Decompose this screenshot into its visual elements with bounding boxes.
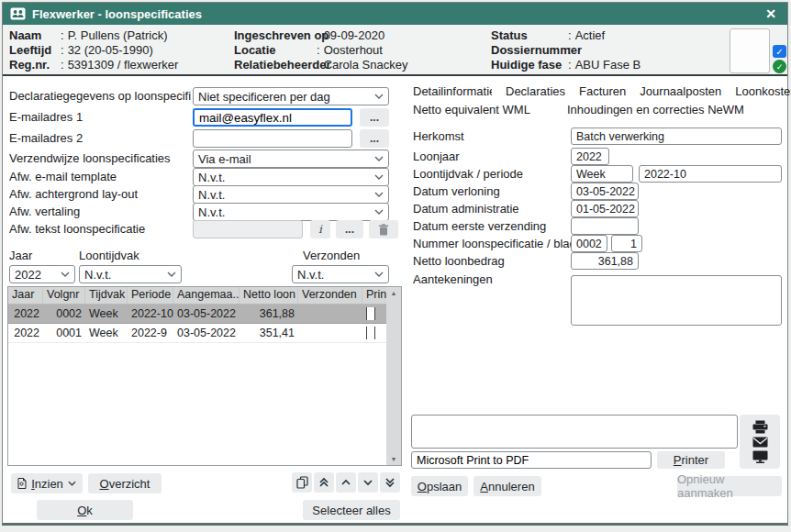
- aantekeningen-textarea[interactable]: [571, 275, 782, 326]
- datum-administratie-value[interactable]: 01-05-2022: [571, 200, 639, 217]
- photo-placeholder: [730, 28, 770, 73]
- header-row: Locatie:Oosterhout: [234, 43, 407, 58]
- selecteer-alles-button[interactable]: Selecteer alles: [303, 500, 400, 520]
- form-row-email1: E-mailadres 1 ...: [0, 108, 404, 127]
- tekst-label: Afw. tekst loonspecificatie: [9, 220, 191, 238]
- close-icon[interactable]: ✕: [762, 5, 780, 23]
- chevron-down-icon: [374, 156, 384, 161]
- header-col-2: Ingeschreven op:09-09-2020 Locatie:Ooste…: [234, 28, 407, 72]
- datum-eerste-verzending-value[interactable]: [571, 217, 639, 235]
- col-aangemaakt[interactable]: Aangemaa...: [173, 287, 240, 304]
- printer-button[interactable]: Printer: [657, 451, 725, 469]
- form-row-tekst: Afw. tekst loonspecificatie i ...: [0, 220, 404, 238]
- selected-checkbox-icon[interactable]: ✓: [773, 45, 786, 58]
- layout-label: Afw. achtergrond lay-out: [9, 185, 191, 204]
- table-row[interactable]: 2022 0002 Week 2022-10 03-05-2022 361,88: [8, 305, 401, 324]
- tekst-info-button[interactable]: i: [310, 220, 330, 238]
- naam-value: P. Pullens (Patrick): [68, 28, 168, 43]
- filter-jaar-select[interactable]: 2022: [9, 265, 75, 283]
- col-netto-loon[interactable]: Netto loon: [240, 287, 298, 304]
- email2-more-button[interactable]: ...: [360, 129, 389, 148]
- herkomst-value[interactable]: Batch verwerking: [571, 127, 782, 145]
- move-down-button[interactable]: [358, 472, 378, 493]
- chevron-down-icon: [374, 192, 384, 197]
- header-col-3: Status:Actief Dossiernummer: Huidige fas…: [491, 28, 641, 72]
- loontijdvak-label: Loontijdvak / periode: [413, 165, 571, 183]
- scroll-up-icon[interactable]: ▲: [391, 290, 397, 296]
- output-channel-button[interactable]: [740, 415, 780, 469]
- move-top-button[interactable]: [314, 472, 334, 493]
- col-tijdvak[interactable]: Tijdvak: [85, 287, 128, 304]
- tab-detailinformatie[interactable]: Detailinformatie: [413, 84, 492, 98]
- aantekeningen-label: Aantekeningen: [413, 271, 571, 288]
- header-row: Reg.nr.:5391309 / flexwerker: [9, 58, 178, 72]
- netto-loonbedrag-value[interactable]: 361,88: [571, 252, 639, 270]
- tab-journaalposten[interactable]: Journaalposten: [640, 84, 721, 98]
- copy-row-button[interactable]: [292, 472, 312, 493]
- email1-more-button[interactable]: ...: [360, 108, 389, 127]
- form-row-verzendwijze: Verzendwijze loonspecificaties Via e-mai…: [0, 150, 404, 168]
- table-row[interactable]: 2022 0001 Week 2022-9 03-05-2022 351,41: [8, 324, 401, 343]
- loonjaar-label: Loonjaar: [413, 148, 571, 165]
- scroll-down-icon[interactable]: ▼: [391, 456, 397, 462]
- printer-icon: [752, 420, 768, 434]
- overzicht-button[interactable]: Overzicht: [88, 473, 162, 493]
- chevron-down-icon: [167, 272, 176, 277]
- print-checkbox[interactable]: [366, 327, 375, 339]
- col-jaar[interactable]: Jaar: [8, 287, 43, 304]
- verzendwijze-select[interactable]: Via e-mail: [193, 150, 389, 168]
- print-checkbox[interactable]: [366, 307, 375, 320]
- opslaan-button[interactable]: Opslaan: [411, 476, 468, 496]
- loontijdvak-tijdvak-value[interactable]: Week: [571, 165, 633, 183]
- col-verzonden[interactable]: Verzonden: [298, 287, 362, 304]
- tab-inhoudingen-correcties[interactable]: Inhoudingen en correcties NeWM: [567, 103, 785, 116]
- move-up-button[interactable]: [336, 472, 356, 493]
- leeftijd-value: 32 (20-05-1990): [68, 43, 153, 58]
- loonjaar-value[interactable]: 2022: [571, 148, 609, 165]
- inzien-button[interactable]: Inzien: [11, 473, 83, 493]
- datum-verloning-label: Datum verloning: [413, 183, 571, 200]
- huidige-fase-value: ABU Fase B: [575, 58, 641, 72]
- layout-select[interactable]: N.v.t.: [193, 185, 389, 204]
- annuleren-button[interactable]: Annuleren: [473, 476, 541, 496]
- header-row: Naam:P. Pullens (Patrick): [9, 28, 178, 43]
- filter-verzonden-select[interactable]: N.v.t.: [292, 265, 389, 283]
- email1-input[interactable]: [193, 108, 352, 127]
- datum-verloning-value[interactable]: 03-05-2022: [571, 183, 639, 200]
- print-preview-box[interactable]: [411, 415, 738, 449]
- declaratie-select[interactable]: Niet specificeren per dag: [193, 87, 389, 105]
- chevron-down-icon: [374, 272, 384, 277]
- form-row-email2: E-mailadres 2 ...: [0, 129, 404, 148]
- vertaling-select[interactable]: N.v.t.: [193, 203, 389, 221]
- col-print[interactable]: Print: [362, 287, 386, 304]
- screen: Flexwerker - loonspecificaties ✕ Naam:P.…: [0, 0, 791, 532]
- table-scrollbar[interactable]: ▲ ▼: [386, 287, 401, 465]
- tekst-more-button[interactable]: ...: [336, 220, 363, 238]
- loontijdvak-periode-value[interactable]: 2022-10: [639, 165, 782, 183]
- template-select[interactable]: N.v.t.: [193, 168, 389, 186]
- double-chevron-down-icon: [384, 477, 396, 488]
- ok-button[interactable]: Ok: [37, 500, 133, 520]
- email2-input[interactable]: [193, 129, 352, 148]
- bladen-value[interactable]: 1: [611, 235, 642, 252]
- header-row: Status:Actief: [491, 28, 641, 43]
- netto-loonbedrag-label: Netto loonbedrag: [413, 252, 571, 270]
- herkomst-label: Herkomst: [413, 127, 571, 145]
- nummer-loonspecificatie-value[interactable]: 0002: [571, 235, 607, 252]
- tab-netto-equivalent-wml[interactable]: Netto equivalent WML: [413, 103, 553, 116]
- move-bottom-button[interactable]: [380, 472, 400, 493]
- header-row: Huidige fase:ABU Fase B: [491, 58, 641, 72]
- col-volgnr[interactable]: Volgnr: [43, 287, 85, 304]
- tab-loonkosten[interactable]: Loonkosten: [735, 84, 791, 98]
- tab-declaraties[interactable]: Declaraties: [506, 84, 565, 98]
- tekst-delete-button[interactable]: [369, 220, 398, 238]
- tab-facturen[interactable]: Facturen: [579, 84, 626, 98]
- vertaling-label: Afw. vertaling: [9, 203, 191, 221]
- status-value: Actief: [575, 28, 606, 43]
- chevron-down-icon: [61, 272, 70, 277]
- table-header: Jaar Volgnr Tijdvak Periode Aangemaa... …: [8, 287, 401, 305]
- ingeschreven-value: 09-09-2020: [324, 28, 385, 43]
- filter-tijdvak-select[interactable]: N.v.t.: [79, 265, 182, 283]
- printer-name-input[interactable]: [411, 451, 652, 469]
- col-periode[interactable]: Periode: [128, 287, 173, 304]
